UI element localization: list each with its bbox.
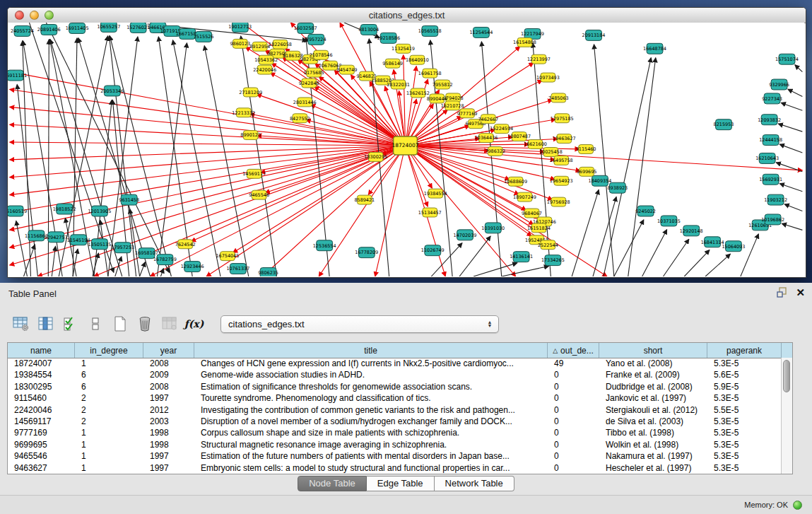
graph-node[interactable]: 20891406	[37, 24, 61, 35]
graph-node[interactable]: 11026749	[421, 245, 445, 256]
graph-node[interactable]: 16782759	[153, 255, 177, 265]
graph-node[interactable]: 19218586	[377, 33, 400, 43]
graph-node[interactable]: 8813004	[358, 24, 379, 35]
graph-node[interactable]: 7957224	[306, 34, 326, 45]
graph-node[interactable]: 16754045	[216, 252, 239, 261]
graph-node[interactable]: 9115460	[576, 145, 596, 154]
table-row[interactable]: 977716911998Corpus callosum shape and si…	[8, 427, 782, 438]
graph-node[interactable]: 12213332	[232, 108, 255, 117]
graph-node[interactable]: 15224594	[490, 124, 513, 134]
graph-node[interactable]: 19756928	[547, 197, 570, 206]
graph-node[interactable]: 7624542	[175, 240, 196, 249]
graph-node[interactable]: 17334265	[541, 255, 565, 266]
graph-node[interactable]: 11545194	[67, 235, 90, 245]
graph-node[interactable]: 10391030	[481, 223, 505, 233]
table-scrollbar-thumb[interactable]	[783, 360, 790, 392]
graph-node[interactable]: 10688609	[504, 177, 527, 186]
graph-node[interactable]: 18322031	[387, 80, 410, 89]
graph-node[interactable]: 10807487	[507, 132, 531, 141]
graph-node[interactable]: 8427552	[290, 114, 310, 123]
graph-node[interactable]: 18907249	[513, 192, 536, 201]
tab-edge-table[interactable]: Edge Table	[367, 476, 435, 491]
graph-node[interactable]: 16210728	[441, 101, 464, 110]
graph-node[interactable]: 7515526	[194, 31, 214, 42]
graph-node[interactable]: 9465546	[249, 190, 269, 199]
graph-node[interactable]: 15134457	[418, 208, 442, 217]
column-header-in_degree[interactable]: in_degree	[75, 343, 143, 358]
graph-node[interactable]: 9777169	[457, 109, 478, 118]
graph-node[interactable]: 12213997	[527, 54, 551, 64]
graph-node[interactable]: 24055724	[11, 25, 34, 36]
graph-node[interactable]: 16648784	[643, 43, 666, 54]
graph-node[interactable]: 10565518	[418, 25, 442, 36]
graph-node[interactable]: 18409354	[589, 175, 612, 186]
graph-node[interactable]: 16961758	[418, 69, 442, 78]
graph-node[interactable]: 9586149	[382, 59, 403, 68]
graph-node[interactable]: 16911405	[66, 23, 89, 33]
graph-node[interactable]: 12536554	[313, 240, 336, 251]
graph-node[interactable]: 20364436	[474, 134, 498, 143]
close-panel-icon[interactable]: ✕	[796, 287, 805, 298]
create-column-button[interactable]	[109, 314, 131, 334]
table-row[interactable]: 946554611997Estimation of the future num…	[8, 450, 782, 462]
column-header-name[interactable]: name	[8, 343, 75, 358]
table-scrollbar[interactable]	[781, 358, 792, 474]
graph-node[interactable]: 16778209	[355, 247, 378, 258]
network-window-titlebar[interactable]: citations_edges.txt	[8, 8, 806, 23]
tab-node-table[interactable]: Node Table	[298, 476, 367, 491]
float-panel-icon[interactable]	[777, 287, 787, 298]
graph-node[interactable]: 9227343	[762, 93, 782, 104]
table-row[interactable]: 969969511998Structural magnetic resonanc…	[8, 439, 782, 450]
graph-node[interactable]: 14569117	[242, 169, 266, 178]
column-header-out_degree[interactable]: △out_de...	[548, 343, 599, 358]
table-mode-button[interactable]	[10, 314, 32, 334]
graph-node[interactable]: 9631458	[119, 194, 139, 205]
graph-node[interactable]: 7485063	[548, 93, 569, 103]
graph-node[interactable]: 12942757	[45, 232, 68, 243]
network-window[interactable]: citations_edges.txt 24055724208914061	[7, 7, 806, 278]
graph-node[interactable]: 8454749	[337, 65, 358, 74]
graph-node[interactable]: 10196862	[761, 214, 784, 225]
close-window-button[interactable]	[15, 11, 24, 20]
memory-status-icon[interactable]	[793, 501, 802, 510]
graph-node[interactable]: 10371035	[657, 216, 681, 226]
function-builder-button[interactable]: ƒ(x)	[183, 314, 205, 334]
table-row[interactable]: 911546021997Tourette syndrome. Phenomeno…	[8, 392, 782, 404]
table-row[interactable]: 946362711997Embryonic stem cells: a mode…	[8, 462, 782, 474]
graph-node[interactable]: 15064093	[722, 241, 745, 252]
column-header-title[interactable]: title	[194, 343, 548, 358]
graph-node[interactable]: 8912954	[249, 42, 270, 51]
graph-node[interactable]: 8215953	[714, 119, 734, 130]
graph-node[interactable]: 12923446	[181, 262, 204, 272]
network-view[interactable]: 2405572420891406169114051065525715276021…	[8, 23, 804, 276]
graph-node[interactable]: 2522544	[538, 240, 558, 250]
delete-columns-button[interactable]	[134, 314, 155, 334]
graph-node[interactable]: 19463627	[553, 134, 576, 144]
graph-node[interactable]: 7986322	[485, 147, 505, 156]
row-selection-button[interactable]	[59, 314, 81, 334]
graph-node[interactable]: 9329966	[769, 79, 789, 90]
zoom-window-button[interactable]	[45, 11, 54, 20]
network-canvas[interactable]: 2405572420891406169114051065525715276021…	[8, 23, 804, 276]
table-row[interactable]: 1830029562008Estimation of significance …	[8, 381, 782, 392]
graph-node[interactable]: 15276021	[126, 23, 150, 33]
graph-node[interactable]: 18226058	[269, 40, 292, 49]
graph-node[interactable]: 12444158	[759, 135, 782, 146]
column-header-pagerank[interactable]: pagerank	[707, 343, 782, 358]
table-row[interactable]: 1872400712008Changes of HCN gene express…	[8, 358, 782, 369]
graph-node[interactable]: 18640910	[406, 55, 429, 64]
graph-node[interactable]: 16032587	[294, 23, 317, 33]
graph-node[interactable]: 9860123	[230, 39, 250, 48]
graph-node[interactable]: 8938923	[607, 182, 628, 193]
column-header-short[interactable]: short	[599, 343, 707, 358]
graph-node[interactable]: 15692931	[759, 174, 782, 185]
table-row[interactable]: 2242004622012Investigating the contribut…	[8, 404, 782, 416]
graph-node[interactable]: 20053346	[100, 86, 124, 96]
graph-node[interactable]: 16210643	[755, 153, 779, 163]
graph-node[interactable]: 7955812	[433, 80, 453, 89]
import-table-button[interactable]	[158, 314, 180, 334]
graph-node[interactable]: 12013905	[88, 206, 111, 216]
column-header-year[interactable]: year	[143, 343, 194, 358]
graph-node[interactable]: 10973493	[536, 73, 560, 82]
graph-node[interactable]: 10655257	[97, 23, 120, 32]
